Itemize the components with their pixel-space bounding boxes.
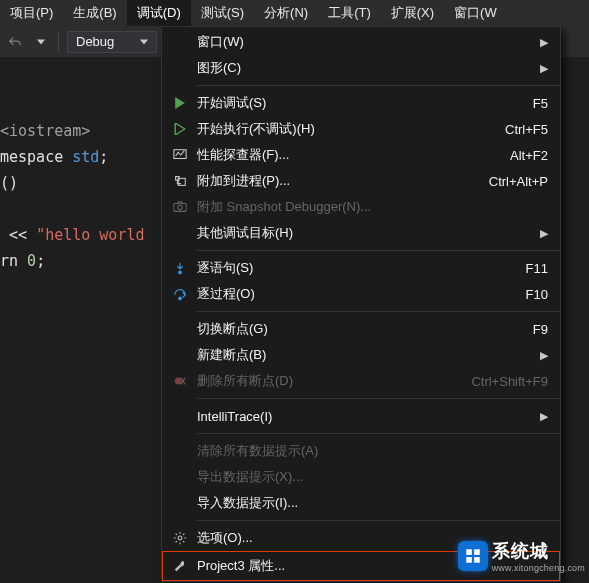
delete-bp-icon <box>162 374 197 388</box>
configuration-select[interactable]: Debug <box>67 31 157 53</box>
menu-item-intellitrace[interactable]: IntelliTrace(I) ▶ <box>162 403 560 429</box>
menu-item-export-datatips: 导出数据提示(X)... <box>162 464 560 490</box>
menu-project[interactable]: 项目(P) <box>0 0 63 26</box>
svg-rect-8 <box>466 549 472 555</box>
configuration-value: Debug <box>76 34 114 49</box>
svg-rect-2 <box>173 204 185 212</box>
svg-rect-10 <box>466 557 472 563</box>
play-outline-icon <box>162 123 197 135</box>
menu-item-clear-datatips: 清除所有数据提示(A) <box>162 438 560 464</box>
watermark-text: 系统城 www.xitongcheng.com <box>492 539 585 573</box>
chevron-down-icon <box>140 38 148 46</box>
svg-point-3 <box>177 205 181 209</box>
menu-item-toggle-breakpoint[interactable]: 切换断点(G) F9 <box>162 316 560 342</box>
watermark-logo-icon <box>458 541 488 571</box>
step-into-icon <box>162 261 197 275</box>
svg-point-5 <box>178 297 181 300</box>
menu-item-start-without-debugging[interactable]: 开始执行(不调试)(H) Ctrl+F5 <box>162 116 560 142</box>
menu-test[interactable]: 测试(S) <box>191 0 254 26</box>
menu-item-windows[interactable]: 窗口(W) ▶ <box>162 29 560 55</box>
svg-point-7 <box>178 536 182 540</box>
menu-item-delete-all-breakpoints: 删除所有断点(D) Ctrl+Shift+F9 <box>162 368 560 394</box>
svg-rect-9 <box>474 549 480 555</box>
toolbar-separator <box>58 32 59 52</box>
menu-separator <box>197 85 560 86</box>
gear-icon <box>162 531 197 545</box>
svg-point-6 <box>174 378 181 385</box>
menu-item-other-debug-targets[interactable]: 其他调试目标(H) ▶ <box>162 220 560 246</box>
watermark: 系统城 www.xitongcheng.com <box>458 539 589 573</box>
submenu-arrow-icon: ▶ <box>540 349 548 362</box>
menu-separator <box>197 311 560 312</box>
menu-item-new-breakpoint[interactable]: 新建断点(B) ▶ <box>162 342 560 368</box>
menu-build[interactable]: 生成(B) <box>63 0 126 26</box>
camera-icon <box>162 200 197 214</box>
submenu-arrow-icon: ▶ <box>540 410 548 423</box>
submenu-arrow-icon: ▶ <box>540 36 548 49</box>
menu-separator <box>197 398 560 399</box>
menubar: 项目(P) 生成(B) 调试(D) 测试(S) 分析(N) 工具(T) 扩展(X… <box>0 0 589 26</box>
profiler-icon <box>162 148 197 162</box>
menu-item-step-over[interactable]: 逐过程(O) F10 <box>162 281 560 307</box>
menu-analyze[interactable]: 分析(N) <box>254 0 318 26</box>
menu-separator <box>197 433 560 434</box>
submenu-arrow-icon: ▶ <box>540 227 548 240</box>
menu-window[interactable]: 窗口(W <box>444 0 507 26</box>
menu-separator <box>197 520 560 521</box>
wrench-icon <box>162 559 197 573</box>
step-over-icon <box>162 287 197 301</box>
chevron-down-icon[interactable] <box>32 33 50 51</box>
menu-debug[interactable]: 调试(D) <box>127 0 191 26</box>
menu-extensions[interactable]: 扩展(X) <box>381 0 444 26</box>
menu-item-attach-snapshot-debugger: 附加 Snapshot Debugger(N)... <box>162 194 560 220</box>
play-green-icon <box>162 97 197 109</box>
undo-icon[interactable] <box>6 33 24 51</box>
menu-tools[interactable]: 工具(T) <box>318 0 381 26</box>
svg-point-4 <box>178 271 181 274</box>
menu-item-graphics[interactable]: 图形(C) ▶ <box>162 55 560 81</box>
menu-separator <box>197 250 560 251</box>
menu-item-import-datatips[interactable]: 导入数据提示(I)... <box>162 490 560 516</box>
svg-rect-11 <box>474 557 480 563</box>
menu-item-step-into[interactable]: 逐语句(S) F11 <box>162 255 560 281</box>
attach-icon <box>162 174 197 188</box>
menu-item-performance-profiler[interactable]: 性能探查器(F)... Alt+F2 <box>162 142 560 168</box>
menu-item-attach-process[interactable]: 附加到进程(P)... Ctrl+Alt+P <box>162 168 560 194</box>
debug-dropdown-menu: 窗口(W) ▶ 图形(C) ▶ 开始调试(S) F5 开始执行(不调试)(H) … <box>161 26 561 582</box>
submenu-arrow-icon: ▶ <box>540 62 548 75</box>
menu-item-start-debugging[interactable]: 开始调试(S) F5 <box>162 90 560 116</box>
